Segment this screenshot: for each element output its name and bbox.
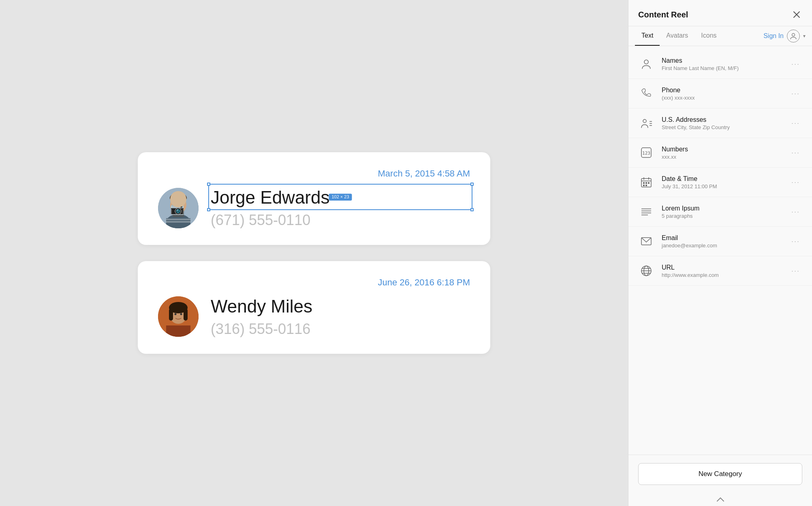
card-date-wendy: June 26, 2016 6:18 PM — [158, 277, 470, 288]
tab-text[interactable]: Text — [635, 26, 660, 46]
contact-card-jorge[interactable]: March 5, 2015 4:58 AM — [138, 152, 490, 245]
panel-tabs: Text Avatars Icons Sign In ▾ — [628, 26, 812, 46]
item-sub-url: http://www.example.com — [662, 272, 782, 278]
list-item-url[interactable]: URL http://www.example.com ··· — [628, 256, 812, 286]
svg-point-21 — [792, 34, 795, 36]
list-item-lorem[interactable]: Lorem Ipsum 5 paragraphs ··· — [628, 197, 812, 227]
panel-content: Names First Name Last Name (EN, M/F) ···… — [628, 46, 812, 455]
item-label-numbers: Numbers — [662, 146, 782, 153]
svg-rect-36 — [643, 185, 645, 186]
signin-button[interactable]: Sign In ▾ — [763, 30, 806, 43]
item-label-email: Email — [662, 234, 782, 242]
svg-point-7 — [175, 204, 176, 206]
item-label-names: Names — [662, 57, 782, 64]
avatar-wendy — [158, 296, 199, 337]
svg-rect-33 — [643, 182, 645, 184]
list-item-datetime[interactable]: Date & Time July 31, 2012 11:00 PM ··· — [628, 168, 812, 197]
card-phone-wendy: (316) 555-0116 — [211, 321, 470, 338]
item-label-addresses: U.S. Addresses — [662, 116, 782, 123]
panel-title: Content Reel — [638, 10, 688, 19]
more-menu-datetime[interactable]: ··· — [789, 176, 802, 188]
card-date-jorge: March 5, 2015 4:58 AM — [158, 168, 470, 179]
more-menu-phone[interactable]: ··· — [789, 88, 802, 100]
more-menu-numbers[interactable]: ··· — [789, 147, 802, 159]
svg-text:123: 123 — [642, 151, 650, 156]
svg-rect-15 — [169, 308, 173, 321]
chevron-down-icon: ▾ — [803, 33, 806, 39]
more-menu-names[interactable]: ··· — [789, 58, 802, 70]
item-sub-addresses: Street City, State Zip Country — [662, 124, 782, 130]
canvas-area: March 5, 2015 4:58 AM — [0, 0, 628, 506]
svg-point-18 — [180, 313, 182, 315]
card-name-wendy[interactable]: Wendy Miles — [211, 296, 470, 317]
svg-rect-37 — [645, 185, 647, 186]
contact-card-wendy[interactable]: June 26, 2016 6:18 PM — [138, 261, 490, 354]
numbers-icon: 123 — [638, 145, 654, 161]
user-avatar-icon — [787, 30, 800, 43]
item-label-datetime: Date & Time — [662, 175, 782, 183]
svg-point-23 — [643, 119, 646, 123]
svg-rect-12 — [166, 325, 190, 337]
text-lines-icon — [638, 204, 654, 220]
list-item-addresses[interactable]: U.S. Addresses Street City, State Zip Co… — [628, 108, 812, 138]
svg-point-10 — [176, 211, 180, 215]
more-menu-url[interactable]: ··· — [789, 265, 802, 277]
svg-point-22 — [644, 60, 648, 64]
svg-rect-35 — [648, 182, 650, 184]
svg-point-5 — [170, 196, 186, 214]
item-sub-datetime: July 31, 2012 11:00 PM — [662, 183, 782, 189]
item-label-url: URL — [662, 264, 782, 271]
more-menu-lorem[interactable]: ··· — [789, 206, 802, 218]
email-icon — [638, 233, 654, 249]
address-icon — [638, 115, 654, 131]
avatar-jorge — [158, 188, 199, 228]
list-item-names[interactable]: Names First Name Last Name (EN, M/F) ··· — [628, 49, 812, 79]
tab-icons[interactable]: Icons — [694, 26, 723, 46]
calendar-icon — [638, 174, 654, 190]
tab-avatars[interactable]: Avatars — [660, 26, 694, 46]
item-sub-phone: (xxx) xxx-xxxx — [662, 95, 782, 101]
item-label-phone: Phone — [662, 87, 782, 94]
new-category-button[interactable]: New Category — [638, 463, 802, 485]
list-item-phone[interactable]: Phone (xxx) xxx-xxxx ··· — [628, 79, 812, 108]
content-reel-panel: Content Reel Text Avatars Icons Sign In … — [628, 0, 812, 506]
panel-header: Content Reel — [628, 0, 812, 26]
item-sub-lorem: 5 paragraphs — [662, 213, 782, 219]
svg-rect-3 — [166, 219, 190, 220]
svg-rect-4 — [166, 221, 190, 223]
svg-point-8 — [180, 204, 182, 206]
size-badge: 102 × 23 — [329, 193, 352, 200]
list-item-numbers[interactable]: 123 Numbers xxx.xx ··· — [628, 138, 812, 168]
svg-rect-16 — [184, 308, 188, 321]
more-menu-email[interactable]: ··· — [789, 236, 802, 247]
url-icon — [638, 263, 654, 279]
panel-footer: New Category — [628, 455, 812, 493]
phone-icon — [638, 85, 654, 102]
svg-rect-34 — [645, 182, 647, 184]
card-name-jorge[interactable]: Jorge Edwards 102 × 23 — [211, 187, 470, 208]
item-sub-numbers: xxx.xx — [662, 154, 782, 160]
close-button[interactable] — [791, 9, 802, 20]
list-item-email[interactable]: Email janedoe@example.com ··· — [628, 227, 812, 256]
item-sub-email: janedoe@example.com — [662, 242, 782, 249]
more-menu-addresses[interactable]: ··· — [789, 117, 802, 129]
svg-rect-9 — [173, 210, 184, 217]
item-sub-names: First Name Last Name (EN, M/F) — [662, 65, 782, 71]
panel-collapse-button[interactable] — [628, 493, 812, 506]
svg-point-6 — [170, 193, 187, 203]
item-label-lorem: Lorem Ipsum — [662, 205, 782, 212]
card-phone-jorge: (671) 555-0110 — [211, 212, 470, 229]
svg-point-17 — [175, 313, 177, 315]
person-icon — [638, 56, 654, 72]
